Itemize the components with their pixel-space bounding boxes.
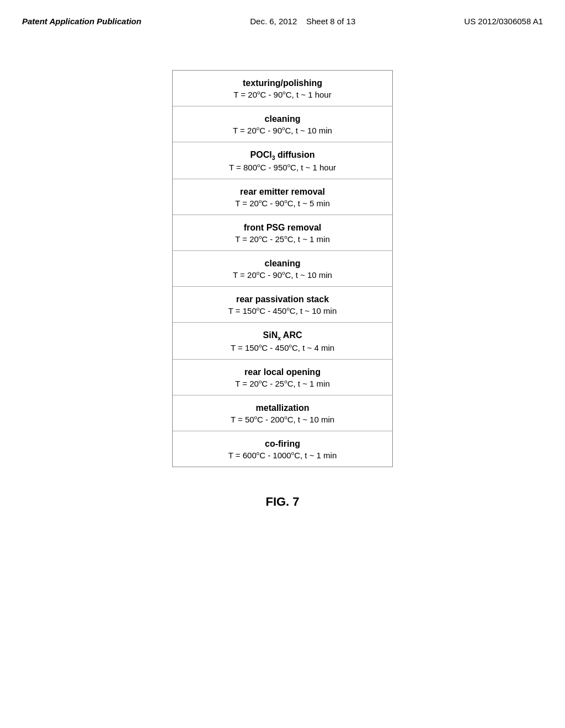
header-date-sheet: Dec. 6, 2012 Sheet 8 of 13 xyxy=(250,17,355,26)
figure-label: FIG. 7 xyxy=(265,495,299,509)
header-date: Dec. 6, 2012 xyxy=(250,17,297,26)
step-params: T = 50oC - 200oC, t ~ 10 min xyxy=(184,414,381,424)
process-row: cleaningT = 20oC - 90oC, t ~ 10 min xyxy=(173,251,392,287)
header: Patent Application Publication Dec. 6, 2… xyxy=(22,11,543,37)
step-title: cleaning xyxy=(184,114,381,124)
step-title: rear emitter removal xyxy=(184,187,381,197)
process-row: rear emitter removalT = 20oC - 90oC, t ~… xyxy=(173,179,392,215)
page: Patent Application Publication Dec. 6, 2… xyxy=(0,0,565,728)
step-title: front PSG removal xyxy=(184,223,381,233)
step-title: rear local opening xyxy=(184,367,381,377)
process-row: cleaningT = 20oC - 90oC, t ~ 10 min xyxy=(173,106,392,142)
step-title: metallization xyxy=(184,403,381,413)
step-params: T = 20oC - 90oC, t ~ 1 hour xyxy=(184,89,381,99)
process-row: metallizationT = 50oC - 200oC, t ~ 10 mi… xyxy=(173,395,392,431)
process-row: POCl3 diffusionT = 800oC - 950oC, t ~ 1 … xyxy=(173,142,392,179)
process-row: texturing/polishingT = 20oC - 90oC, t ~ … xyxy=(173,71,392,106)
header-patent-number: US 2012/0306058 A1 xyxy=(464,17,543,26)
process-row: front PSG removalT = 20oC - 25oC, t ~ 1 … xyxy=(173,215,392,251)
step-params: T = 20oC - 90oC, t ~ 10 min xyxy=(184,270,381,280)
process-row: co-firingT = 600oC - 1000oC, t ~ 1 min xyxy=(173,431,392,467)
step-params: T = 600oC - 1000oC, t ~ 1 min xyxy=(184,450,381,460)
step-params: T = 20oC - 25oC, t ~ 1 min xyxy=(184,234,381,244)
step-params: T = 20oC - 90oC, t ~ 10 min xyxy=(184,125,381,135)
step-params: T = 150oC - 450oC, t ~ 10 min xyxy=(184,306,381,315)
step-title: SiNx ARC xyxy=(184,330,381,341)
step-params: T = 800oC - 950oC, t ~ 1 hour xyxy=(184,162,381,172)
main-content: texturing/polishingT = 20oC - 90oC, t ~ … xyxy=(22,70,543,509)
process-row: rear passivation stackT = 150oC - 450oC,… xyxy=(173,287,392,323)
step-title: rear passivation stack xyxy=(184,295,381,304)
header-sheet: Sheet 8 of 13 xyxy=(306,17,355,26)
step-params: T = 20oC - 25oC, t ~ 1 min xyxy=(184,378,381,388)
process-row: rear local openingT = 20oC - 25oC, t ~ 1… xyxy=(173,360,392,395)
step-params: T = 150oC - 450oC, t ~ 4 min xyxy=(184,342,381,352)
step-title: co-firing xyxy=(184,439,381,449)
step-title: POCl3 diffusion xyxy=(184,150,381,161)
step-title: cleaning xyxy=(184,259,381,269)
step-title: texturing/polishing xyxy=(184,78,381,88)
process-table: texturing/polishingT = 20oC - 90oC, t ~ … xyxy=(172,70,393,467)
step-params: T = 20oC - 90oC, t ~ 5 min xyxy=(184,198,381,208)
header-publication-label: Patent Application Publication xyxy=(22,17,141,26)
process-row: SiNx ARCT = 150oC - 450oC, t ~ 4 min xyxy=(173,323,392,360)
